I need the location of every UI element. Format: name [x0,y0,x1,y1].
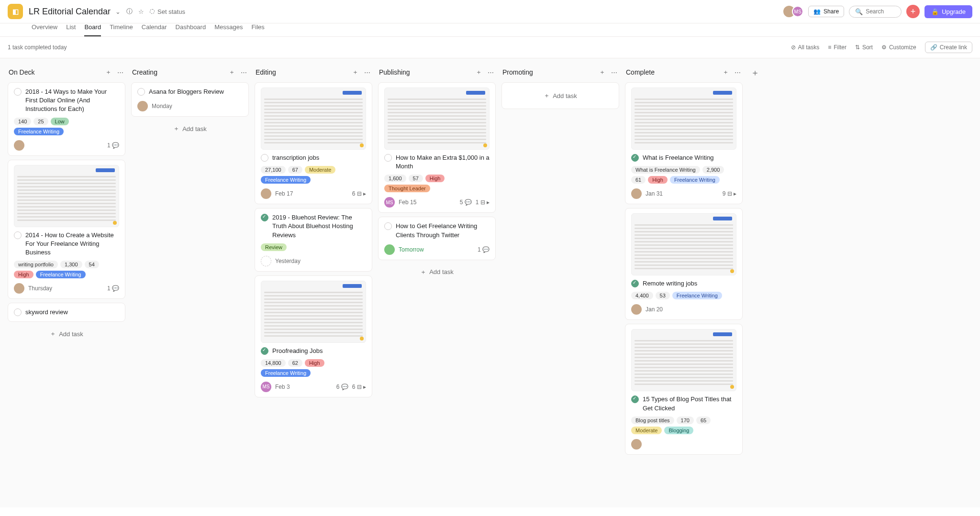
add-card-icon[interactable]: ＋ [351,67,359,77]
tag[interactable]: 53 [656,292,670,299]
complete-toggle[interactable] [384,222,392,230]
tag[interactable]: Low [51,118,69,125]
tag[interactable]: High [305,359,324,367]
complete-toggle[interactable] [14,88,22,96]
task-card[interactable]: 2014 - How to Create a Website For Your … [8,160,125,299]
set-status-button[interactable]: Set status [150,8,185,15]
tag[interactable]: High [425,175,445,182]
customize-button[interactable]: ⚙ Customize [881,44,916,51]
add-column-button[interactable]: ＋ [748,65,762,501]
tag[interactable]: Moderate [631,427,662,434]
member-stack[interactable]: MS [783,6,803,17]
complete-toggle[interactable] [14,308,22,316]
global-add-button[interactable]: + [906,5,920,18]
share-button[interactable]: 👥 Share [808,6,844,17]
assignee-avatar[interactable] [14,283,24,294]
complete-toggle[interactable] [631,395,639,403]
task-card[interactable]: skyword review [8,303,125,322]
create-link-button[interactable]: 🔗 Create link [925,42,972,53]
tag[interactable]: What is Freelance Writing [631,166,700,174]
assignee-avatar[interactable] [14,140,24,151]
assignee-avatar[interactable] [631,188,642,199]
tag[interactable]: Freelance Writing [261,176,311,184]
column-menu-icon[interactable]: ⋯ [610,68,618,77]
tag[interactable]: 2,900 [702,166,724,174]
tab-list[interactable]: List [66,21,76,36]
tag[interactable]: 57 [409,175,423,182]
tag[interactable]: 25 [33,118,48,125]
add-card-icon[interactable]: ＋ [104,67,112,77]
task-card[interactable]: What is Freelance Writing What is Freela… [625,82,743,204]
tab-calendar[interactable]: Calendar [142,21,167,36]
complete-toggle[interactable] [261,154,268,162]
tag[interactable]: Blog post titles [631,417,674,424]
tag[interactable]: 14,800 [261,359,286,367]
column-menu-icon[interactable]: ⋯ [363,68,371,77]
star-icon[interactable]: ☆ [138,8,144,15]
complete-toggle[interactable] [137,88,145,96]
tab-overview[interactable]: Overview [32,21,57,36]
tag[interactable]: 54 [85,261,99,268]
tag[interactable]: Blogging [664,427,693,434]
add-task-button[interactable]: ＋ Add task [8,326,125,342]
add-card-icon[interactable]: ＋ [598,67,606,77]
tag[interactable]: 67 [288,166,302,174]
tag[interactable]: Review [261,243,287,251]
tab-board[interactable]: Board [84,21,101,36]
complete-toggle[interactable] [631,280,639,287]
tag[interactable]: 140 [14,118,31,125]
tag[interactable]: 27,100 [261,166,286,174]
complete-toggle[interactable] [261,347,268,355]
tag[interactable]: Freelance Writing [672,292,722,299]
add-task-empty[interactable]: ＋ Add task [501,82,619,109]
tag[interactable]: Freelance Writing [261,369,311,377]
add-task-button[interactable]: ＋ Add task [131,121,249,137]
assignee-avatar[interactable]: MS [261,382,271,392]
add-task-button[interactable]: ＋ Add task [378,264,496,280]
assignee-avatar[interactable] [384,244,395,255]
tab-messages[interactable]: Messages [214,21,243,36]
tag[interactable]: 65 [696,417,711,424]
tab-files[interactable]: Files [251,21,264,36]
tag[interactable]: Moderate [305,166,335,174]
title-group[interactable]: LR Editorial Calendar ⌄ [29,7,121,17]
complete-toggle[interactable] [384,154,392,162]
task-card[interactable]: 2018 - 14 Ways to Make Your First Dollar… [8,82,125,156]
tag[interactable]: 170 [677,417,694,424]
info-icon[interactable]: ⓘ [126,7,133,16]
task-card[interactable]: 15 Types of Blog Post Titles that Get Cl… [625,324,743,454]
tag[interactable]: writing portfolio [14,261,58,268]
column-menu-icon[interactable]: ⋯ [116,68,124,77]
tag[interactable]: Freelance Writing [36,271,86,278]
complete-toggle[interactable] [631,154,639,162]
tag[interactable]: Freelance Writing [670,176,720,184]
assignee-avatar[interactable] [261,188,271,199]
tag[interactable]: 1,300 [60,261,82,268]
task-card[interactable]: Asana for Bloggers Review Monday [131,82,249,117]
tag[interactable]: 61 [631,176,646,184]
assignee-avatar[interactable] [631,304,642,315]
column-menu-icon[interactable]: ⋯ [487,68,495,77]
tag[interactable]: 1,600 [384,175,406,182]
column-menu-icon[interactable]: ⋯ [240,68,248,77]
tag[interactable]: High [648,176,668,184]
sort-button[interactable]: ⇅ Sort [855,44,873,51]
add-card-icon[interactable]: ＋ [475,67,483,77]
upgrade-button[interactable]: 🔒 Upgrade [924,5,972,18]
add-card-icon[interactable]: ＋ [228,67,236,77]
tab-timeline[interactable]: Timeline [110,21,133,36]
tag[interactable]: 62 [288,359,302,367]
search-box[interactable]: 🔍 [849,6,902,18]
assignee-avatar[interactable] [261,256,271,266]
tag[interactable]: Thought Leader [384,185,430,192]
task-card[interactable]: Remote writing jobs 4,40053Freelance Wri… [625,208,743,320]
task-card[interactable]: transcription jobs 27,10067ModerateFreel… [255,82,372,204]
all-tasks-filter[interactable]: ⊘ All tasks [791,44,820,51]
task-card[interactable]: 2019 - Bluehost Review: The Truth About … [255,208,372,272]
task-card[interactable]: How to Get Freelance Writing Clients Thr… [378,217,496,260]
search-input[interactable] [866,8,899,15]
column-menu-icon[interactable]: ⋯ [734,68,742,77]
assignee-avatar[interactable] [631,439,642,450]
assignee-avatar[interactable]: MS [384,197,395,208]
chevron-down-icon[interactable]: ⌄ [115,8,121,15]
